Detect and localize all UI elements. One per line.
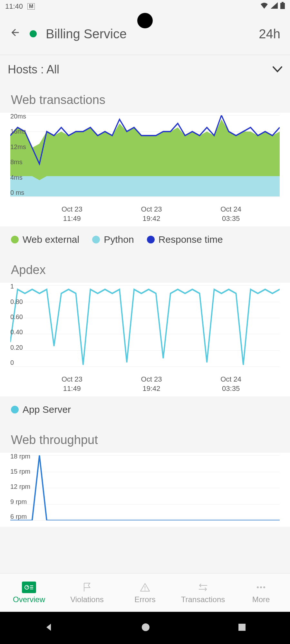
status-dot-icon	[30, 30, 37, 37]
back-arrow-icon[interactable]	[10, 27, 21, 41]
nav-recent-icon[interactable]	[238, 623, 246, 633]
tab-more[interactable]: More	[232, 573, 290, 612]
legend-dot-icon	[92, 236, 100, 243]
plot-area	[10, 285, 280, 366]
chart-apdex[interactable]: 1 0.80 0.60 0.40 0.20 0 Oct 2311:49 Oct …	[0, 283, 290, 396]
tab-violations[interactable]: Violations	[58, 573, 116, 612]
legend-web-transactions: Web external Python Response time	[0, 226, 290, 254]
svg-rect-0	[282, 2, 284, 3]
signal-icon	[271, 2, 278, 11]
y-axis-labels: 18 rpm 15 rpm 12 rpm 9 rpm 6 rpm	[10, 453, 36, 520]
plot-area	[10, 455, 280, 520]
legend-item: App Server	[11, 404, 71, 415]
battery-icon	[280, 2, 285, 11]
legend-apdex: App Server	[0, 396, 290, 424]
legend-item: Response time	[147, 234, 223, 245]
svg-point-11	[263, 586, 265, 588]
android-status-bar: 11:40 M	[0, 0, 290, 13]
mail-icon: M	[27, 3, 35, 10]
legend-dot-icon	[147, 236, 155, 243]
svg-point-8	[145, 589, 146, 590]
x-axis-labels: Oct 2311:49 Oct 2319:42 Oct 2403:35	[0, 203, 290, 223]
plot-area	[10, 115, 280, 196]
more-icon	[254, 582, 268, 593]
nav-back-icon[interactable]	[44, 622, 53, 633]
tab-overview[interactable]: Overview	[0, 573, 58, 612]
svg-line-3	[27, 586, 28, 587]
hosts-label: Hosts : All	[8, 63, 59, 76]
tab-transactions[interactable]: Transactions	[174, 573, 232, 612]
legend-dot-icon	[11, 406, 19, 413]
status-time: 11:40	[5, 2, 23, 11]
bottom-tab-bar: Overview Violations Errors Transactions …	[0, 573, 290, 612]
tab-errors[interactable]: Errors	[116, 573, 174, 612]
svg-point-9	[257, 586, 259, 588]
svg-rect-13	[238, 624, 246, 631]
svg-point-12	[142, 623, 150, 631]
time-range-selector[interactable]: 24h	[259, 27, 280, 41]
transfer-icon	[196, 582, 210, 593]
legend-dot-icon	[11, 236, 19, 243]
chart-web-throughput[interactable]: 18 rpm 15 rpm 12 rpm 9 rpm 6 rpm	[0, 453, 290, 527]
android-nav-bar	[0, 612, 290, 644]
section-title-apdex: Apdex	[0, 254, 290, 283]
section-title-web-throughput: Web throughput	[0, 424, 290, 453]
warning-icon	[138, 582, 152, 593]
wifi-icon	[260, 2, 268, 11]
svg-rect-1	[280, 3, 285, 9]
legend-item: Web external	[11, 234, 79, 245]
svg-point-10	[260, 586, 262, 588]
flag-icon	[80, 582, 94, 593]
y-axis-labels: 1 0.80 0.60 0.40 0.20 0	[10, 283, 36, 366]
camera-cutout	[137, 13, 153, 28]
service-title: Billing Service	[46, 27, 127, 41]
section-title-web-transactions: Web transactions	[0, 84, 290, 113]
nav-home-icon[interactable]	[141, 623, 150, 633]
hosts-dropdown[interactable]: Hosts : All	[0, 55, 290, 84]
dashboard-icon	[22, 582, 36, 593]
legend-item: Python	[92, 234, 134, 245]
chevron-down-icon	[273, 64, 282, 75]
x-axis-labels: Oct 2311:49 Oct 2319:42 Oct 2403:35	[0, 373, 290, 393]
chart-web-transactions[interactable]: 20ms 16ms 12ms 8ms 4ms 0 ms Oct 2311:49 …	[0, 113, 290, 226]
y-axis-labels: 20ms 16ms 12ms 8ms 4ms 0 ms	[10, 113, 36, 196]
